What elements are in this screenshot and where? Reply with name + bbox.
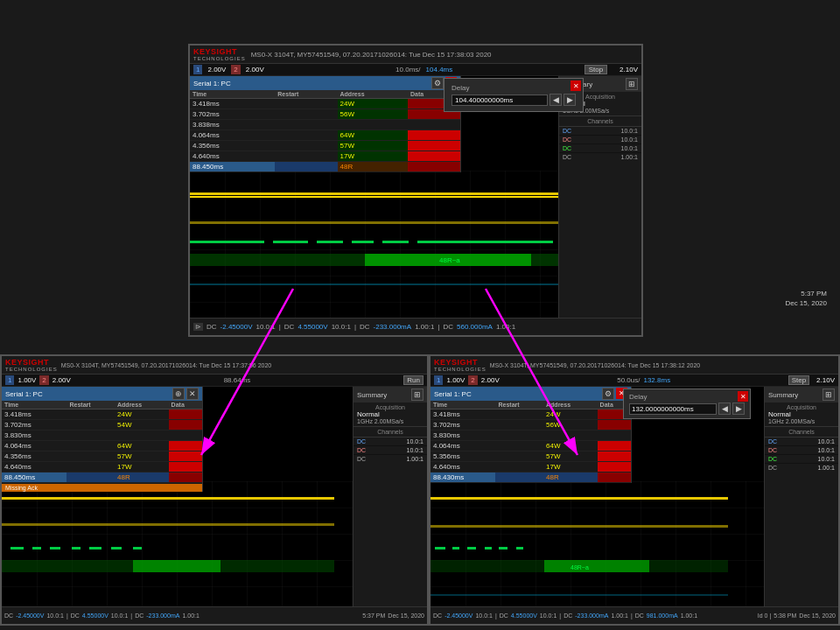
svg-rect-2	[190, 221, 558, 224]
svg-rect-29	[435, 547, 445, 550]
svg-rect-21	[89, 547, 102, 550]
toolbar-ch1: 1	[193, 65, 202, 74]
delay-close-top[interactable]: ✕	[570, 80, 581, 91]
svg-rect-19	[50, 547, 60, 550]
br-delay-minus[interactable]: ◀	[718, 402, 731, 415]
svg-rect-26	[430, 481, 764, 620]
br-scope-model: MS0-X 3104T, MY57451549, 07.20.201710260…	[490, 362, 701, 368]
svg-text:48R~a: 48R~a	[439, 256, 460, 264]
table-row[interactable]: 3.830ms	[430, 430, 631, 441]
timestamp-top: 5:37 PM Dec 15, 2020	[785, 289, 827, 308]
keysight-logo-top: KEYSIGHT TECHNOLOGIES	[193, 47, 246, 61]
toolbar-ch2-scale: 2.00V	[246, 66, 264, 74]
svg-rect-16	[2, 523, 334, 526]
table-row[interactable]: 4.064ms 64W	[190, 130, 460, 141]
table-row[interactable]: 3.702ms54W	[2, 420, 202, 430]
summary-btn-bl[interactable]: ⊞	[411, 388, 424, 401]
table-row[interactable]: 4.640ms17W	[430, 462, 631, 472]
col-time: Time	[190, 90, 275, 99]
svg-rect-32	[485, 547, 492, 550]
toolbar-ch1-scale: 2.00V	[207, 66, 226, 74]
toolbar-time-scale: 10.0ms/	[396, 66, 420, 74]
br-delay-input[interactable]	[629, 403, 717, 415]
keysight-logo-br: KEYSIGHT TECHNOLOGIES	[434, 358, 486, 372]
svg-rect-17	[10, 547, 24, 550]
bottom-right-scope: KEYSIGHT TECHNOLOGIES MS0-X 3104T, MY574…	[429, 354, 840, 626]
br-delay-plus[interactable]: ▶	[732, 402, 745, 415]
svg-rect-3	[190, 241, 264, 243]
svg-rect-7	[382, 241, 409, 243]
delay-dialog-br: ✕ Delay ◀ ▶	[623, 388, 751, 419]
svg-rect-6	[352, 241, 374, 243]
svg-rect-34	[516, 547, 523, 550]
top-scope: KEYSIGHT TECHNOLOGIES MS0-X 3104T, MY574…	[188, 44, 643, 337]
table-row-selected[interactable]: 88.450ms48R	[2, 472, 202, 483]
table-row[interactable]: 4.356ms 57W	[190, 141, 460, 151]
table-row[interactable]: 4.640ms 17W	[190, 151, 460, 162]
bl-run-btn[interactable]: Run	[403, 375, 424, 385]
table-row[interactable]: 4.356ms57W	[2, 452, 202, 462]
table-row[interactable]: 4.640ms17W	[2, 462, 202, 472]
col-restart: Restart	[275, 90, 337, 99]
delay-dialog-top: ✕ Delay ◀ ▶	[444, 78, 584, 112]
delay-input-top[interactable]	[452, 94, 548, 106]
svg-rect-20	[72, 547, 80, 550]
toolbar-run-stop[interactable]: Stop	[584, 65, 607, 74]
table-row[interactable]: 3.418ms24W	[2, 410, 202, 420]
serial-panel-title-top: Serial 1: PC	[193, 80, 231, 88]
waveform-svg-br: 48R~a	[430, 481, 764, 620]
svg-text:48R~a: 48R~a	[570, 564, 589, 570]
table-row[interactable]: 3.418ms24W	[430, 410, 631, 420]
serial-settings-btn[interactable]: ⚙	[431, 77, 444, 89]
table-row[interactable]: 5.356ms57W	[430, 452, 631, 462]
svg-rect-14	[2, 481, 353, 620]
table-row[interactable]: 3.838ms	[190, 120, 460, 130]
svg-rect-4	[273, 241, 308, 243]
bl-scope-model: MS0-X 3104T, MY57451549, 07.20.201710260…	[61, 362, 272, 368]
table-row[interactable]: 4.064ms64W	[430, 441, 631, 452]
table-row[interactable]: 3.830ms	[2, 430, 202, 441]
table-row[interactable]: 3.702ms56W	[430, 420, 631, 430]
br-step-btn[interactable]: Step	[788, 375, 809, 385]
table-row[interactable]: 4.064ms64W	[2, 441, 202, 452]
table-row[interactable]: 3.702ms 56W	[190, 109, 460, 120]
table-row-selected[interactable]: 88.450ms 48R	[190, 162, 460, 172]
svg-rect-18	[32, 547, 41, 550]
svg-rect-5	[317, 241, 343, 243]
delay-label: Delay	[452, 84, 576, 92]
toolbar-ch2: 2	[231, 65, 240, 74]
svg-rect-25	[133, 560, 220, 572]
col-address: Address	[338, 90, 408, 99]
table-row-selected[interactable]: 88.430ms48R	[430, 472, 631, 483]
svg-rect-22	[111, 547, 122, 550]
bl-close-serial[interactable]: ✕	[186, 388, 199, 400]
table-row[interactable]: 3.418ms 24W	[190, 99, 460, 109]
br-delay-close[interactable]: ✕	[738, 391, 748, 402]
toolbar-ch3-scale: 2.10V	[620, 66, 638, 74]
bl-settings-btn[interactable]: ⊕	[172, 388, 185, 400]
svg-rect-23	[133, 547, 142, 550]
svg-rect-8	[417, 241, 553, 243]
delay-plus-top[interactable]: ▶	[564, 94, 576, 106]
br-settings-btn[interactable]: ⚙	[602, 388, 614, 400]
svg-rect-1	[190, 192, 558, 195]
missing-ack-badge: Missing Ack	[2, 484, 202, 492]
top-scope-model: MS0-X 3104T, MY57451549, 07.20.201710260…	[251, 51, 492, 59]
toolbar-time-delay: 104.4ms	[426, 66, 453, 74]
waveform-svg-bl	[2, 481, 353, 620]
svg-rect-15	[2, 497, 334, 500]
summary-btn-br[interactable]: ⊞	[822, 388, 835, 401]
bottom-left-scope: KEYSIGHT TECHNOLOGIES MS0-X 3104T, MY574…	[0, 354, 429, 626]
svg-rect-28	[430, 525, 728, 528]
summary-btn-top[interactable]: ⊞	[626, 78, 638, 90]
delay-minus-top[interactable]: ◀	[550, 94, 562, 106]
svg-rect-33	[499, 547, 508, 550]
waveform-svg-top: 48R~a Y1 X0	[190, 171, 558, 331]
svg-rect-27	[430, 497, 728, 500]
svg-rect-30	[452, 547, 459, 550]
keysight-logo-bl: KEYSIGHT TECHNOLOGIES	[5, 358, 58, 372]
svg-rect-31	[467, 547, 476, 550]
svg-rect-36	[544, 560, 649, 572]
